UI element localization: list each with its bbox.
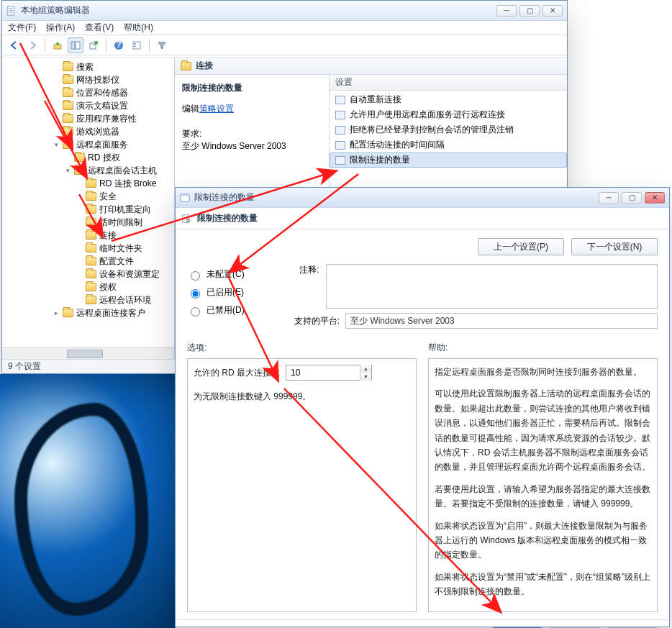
- expand-placeholder: [76, 193, 83, 200]
- spinner-up-icon[interactable]: ▲: [360, 365, 371, 373]
- properties-button[interactable]: [129, 37, 145, 53]
- tree-item[interactable]: 话时间限制: [76, 216, 174, 229]
- expand-placeholder: [53, 63, 60, 70]
- list-item-label: 限制连接的数量: [350, 154, 410, 166]
- maximize-button[interactable]: ▢: [519, 5, 540, 17]
- menu-action[interactable]: 操作(A): [46, 22, 75, 34]
- tree-item[interactable]: 应用程序兼容性: [53, 112, 174, 125]
- collapse-icon[interactable]: ▾: [53, 141, 60, 148]
- help-label: 帮助:: [428, 342, 658, 354]
- folder-icon: [86, 231, 96, 240]
- policy-item-icon: [335, 96, 345, 104]
- collapse-icon[interactable]: ▾: [64, 167, 71, 174]
- dialog-subtitle: 限制连接的数量: [197, 212, 258, 224]
- tree-item-label: 配置文件: [99, 255, 134, 268]
- folder-icon: [74, 153, 85, 162]
- dialog-titlebar[interactable]: 限制连接的数量 ─ ▢ ✕: [176, 188, 669, 208]
- back-button[interactable]: [6, 37, 22, 53]
- max-connections-spinner[interactable]: ▲▼: [286, 365, 372, 381]
- tree-item[interactable]: 临时文件夹: [76, 242, 174, 255]
- menu-file[interactable]: 文件(F): [8, 22, 36, 34]
- svg-rect-2: [9, 10, 13, 11]
- nav-tree[interactable]: 搜索网络投影仪位置和传感器演示文稿设置应用程序兼容性游戏浏览器▾远程桌面服务RD…: [2, 58, 175, 359]
- list-item[interactable]: 拒绝将已经登录到控制台会话的管理员注销: [330, 122, 567, 137]
- tree-item[interactable]: 打印机重定向: [76, 203, 174, 216]
- tree-item-label: 网络投影仪: [76, 73, 119, 86]
- export-button[interactable]: [86, 37, 101, 53]
- next-setting-button[interactable]: 下一个设置(N): [571, 238, 658, 255]
- tree-item[interactable]: 配置文件: [76, 255, 174, 268]
- filter-button[interactable]: [154, 37, 170, 53]
- tree-item-label: 远程桌面服务: [76, 138, 128, 151]
- tree-item[interactable]: 连接: [76, 229, 174, 242]
- radio-disabled[interactable]: 已禁用(D): [187, 304, 281, 317]
- max-connections-input[interactable]: [286, 368, 371, 378]
- spinner-down-icon[interactable]: ▼: [360, 373, 371, 381]
- tree-item[interactable]: RD 授权: [64, 151, 174, 164]
- tree-item-label: 安全: [99, 190, 117, 203]
- dialog-title: 限制连接的数量: [194, 191, 255, 204]
- expand-placeholder: ▸: [53, 309, 60, 317]
- folder-icon: [86, 205, 96, 214]
- policy-item-icon: [335, 141, 345, 150]
- tree-item-label: 远程桌面连接客户: [76, 306, 145, 319]
- minimize-button[interactable]: ─: [496, 5, 517, 17]
- folder-icon: [86, 244, 96, 252]
- tree-item[interactable]: 网络投影仪: [53, 73, 174, 86]
- svg-rect-6: [76, 42, 80, 49]
- scrollbar-thumb[interactable]: [67, 350, 103, 358]
- tree-item[interactable]: 游戏浏览器: [53, 125, 174, 138]
- tree-item[interactable]: RD 连接 Broke: [76, 177, 174, 190]
- dialog-minimize-button[interactable]: ─: [599, 192, 619, 204]
- list-column-header[interactable]: 设置: [330, 75, 567, 91]
- edit-policy-link[interactable]: 策略设置: [199, 104, 234, 114]
- close-button[interactable]: ✕: [542, 5, 563, 17]
- tree-item-label: 打印机重定向: [99, 203, 151, 216]
- expand-placeholder: [64, 154, 71, 161]
- dialog-maximize-button[interactable]: ▢: [622, 192, 642, 204]
- tree-item[interactable]: 安全: [76, 190, 174, 203]
- dialog-icon: [180, 193, 190, 203]
- list-item[interactable]: 自动重新连接: [330, 92, 567, 107]
- up-button[interactable]: [50, 37, 65, 53]
- forward-button[interactable]: [24, 37, 40, 53]
- expand-placeholder: [76, 270, 83, 278]
- list-item[interactable]: 限制连接的数量: [330, 153, 567, 168]
- menu-view[interactable]: 查看(V): [85, 22, 114, 34]
- platform-value: 至少 Windows Server 2003: [350, 315, 455, 327]
- tree-item[interactable]: 远程会话环境: [76, 293, 174, 306]
- platform-value-box: 至少 Windows Server 2003: [345, 313, 658, 329]
- tree-item[interactable]: 位置和传感器: [53, 86, 174, 99]
- content-header: 连接: [175, 58, 567, 75]
- tree-item[interactable]: 设备和资源重定: [76, 268, 174, 281]
- editor-titlebar[interactable]: 本地组策略编辑器 ─ ▢ ✕: [2, 1, 567, 21]
- show-hide-tree-button[interactable]: [68, 37, 83, 53]
- tree-item[interactable]: ▾远程桌面服务: [53, 138, 174, 151]
- dialog-close-button[interactable]: ✕: [645, 192, 665, 204]
- menu-help[interactable]: 帮助(H): [124, 22, 153, 34]
- tree-item[interactable]: ▾远程桌面会话主机: [64, 164, 174, 177]
- help-text: 指定远程桌面服务是否限制同时连接到服务器的数量。可以使用此设置限制服务器上活动的…: [435, 365, 651, 599]
- detail-heading: 限制连接的数量: [182, 82, 322, 94]
- list-item[interactable]: 配置活动连接的时间间隔: [330, 137, 567, 153]
- previous-setting-button[interactable]: 上一个设置(P): [478, 238, 564, 255]
- requirement-value: 至少 Windows Server 2003: [182, 140, 322, 153]
- policy-item-icon: [335, 126, 345, 135]
- status-text: 9 个设置: [8, 360, 41, 373]
- comment-textbox[interactable]: [326, 264, 658, 309]
- tree-item[interactable]: 搜索: [53, 60, 174, 73]
- tree-item[interactable]: 演示文稿设置: [53, 99, 174, 112]
- tree-item-label: 设备和资源重定: [99, 268, 160, 281]
- policy-item-icon: [335, 156, 345, 165]
- radio-not-configured[interactable]: 未配置(C): [187, 268, 281, 281]
- tree-item-label: RD 授权: [88, 151, 120, 164]
- tree-item-label: 游戏浏览器: [76, 125, 119, 138]
- radio-enabled[interactable]: 已启用(E): [187, 286, 281, 299]
- list-item[interactable]: 允许用户使用远程桌面服务进行远程连接: [330, 107, 567, 122]
- expand-placeholder: [76, 283, 83, 291]
- tree-item[interactable]: 授权: [76, 281, 174, 293]
- help-button[interactable]: ?: [111, 37, 127, 53]
- tree-item[interactable]: ▸远程桌面连接客户: [53, 306, 174, 319]
- tree-horizontal-scrollbar[interactable]: [2, 347, 174, 359]
- expand-placeholder: [53, 115, 60, 122]
